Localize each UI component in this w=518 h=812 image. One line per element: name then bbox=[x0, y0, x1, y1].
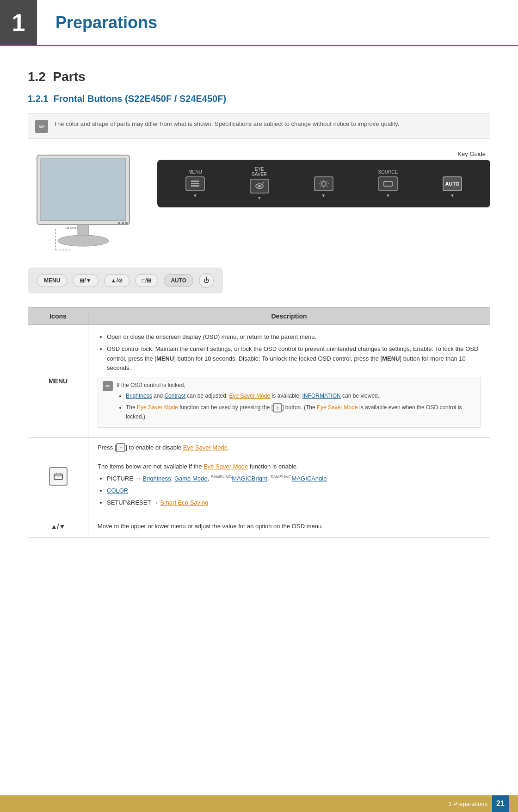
table-header-icons: Icons bbox=[28, 308, 88, 325]
key-menu-icon bbox=[185, 176, 205, 191]
svg-rect-6 bbox=[78, 225, 89, 236]
chapter-number: 1 bbox=[0, 0, 37, 45]
key-source: SOURCE ▼ bbox=[378, 169, 398, 198]
inner-note-list: Brightness and Contrast can be adjusted.… bbox=[117, 392, 475, 421]
key-eye-saver-arrow: ▼ bbox=[257, 195, 262, 200]
footer-text: 1 Preparations bbox=[448, 800, 487, 807]
svg-point-16 bbox=[321, 181, 326, 186]
key-eye-saver-icon bbox=[250, 179, 269, 194]
svg-line-15 bbox=[262, 182, 264, 183]
bottom-buttons-row: MENU ⊞/▼ ▲/⊙ □/⊞ AUTO ⏻ bbox=[28, 268, 223, 294]
key-eye-saver-label: EYESAVER bbox=[252, 167, 267, 177]
table-header-description: Description bbox=[88, 308, 490, 325]
menu-icon-cell: MENU bbox=[28, 325, 88, 437]
table-row-menu: MENU Open or close the onscreen display … bbox=[28, 325, 490, 437]
key-brightness-label bbox=[323, 169, 324, 175]
svg-rect-3 bbox=[118, 222, 120, 224]
key-brightness-arrow: ▼ bbox=[321, 193, 326, 198]
key-source-label: SOURCE bbox=[378, 169, 398, 175]
updown-desc-1: Move to the upper or lower menu or adjus… bbox=[98, 522, 481, 531]
key-auto-icon: AUTO bbox=[443, 176, 462, 191]
svg-rect-1 bbox=[41, 159, 126, 221]
source-btn[interactable]: □/⊞ bbox=[135, 274, 159, 287]
key-auto-label bbox=[452, 169, 453, 175]
chapter-title: Preparations bbox=[56, 13, 157, 32]
inner-note-content: If the OSD control is locked, Brightness… bbox=[117, 381, 475, 424]
updown-icon-cell: ▲/▼ bbox=[28, 516, 88, 537]
up-btn[interactable]: ▲/⊙ bbox=[104, 274, 130, 287]
note-icon: ✏ bbox=[35, 120, 48, 133]
svg-rect-11 bbox=[191, 183, 199, 184]
svg-rect-25 bbox=[384, 181, 392, 186]
inner-note-osd: ✏ If the OSD control is locked, Brightne… bbox=[98, 377, 481, 428]
svg-rect-10 bbox=[191, 181, 199, 182]
key-eye-saver: EYESAVER ▼ bbox=[250, 167, 269, 200]
main-content: 1.2 Parts 1.2.1 Frontal Buttons (S22E450… bbox=[0, 46, 518, 565]
power-btn[interactable]: ⏻ bbox=[199, 273, 214, 288]
key-source-icon bbox=[378, 176, 398, 191]
table-row-eye-saver: Press [↑] to enable or disable Eye Saver… bbox=[28, 437, 490, 516]
inner-note-item-1: Brightness and Contrast can be adjusted.… bbox=[126, 392, 475, 400]
eye-saver-icon-cell bbox=[28, 437, 88, 516]
section-title: 1.2 Parts bbox=[28, 69, 490, 84]
page-header: 1 Preparations bbox=[0, 0, 518, 46]
key-menu-label: MENU bbox=[188, 169, 202, 175]
menu-bullet-list: Open or close the onscreen display (OSD)… bbox=[98, 332, 481, 373]
svg-line-21 bbox=[320, 181, 321, 182]
key-auto: AUTO ▼ bbox=[443, 169, 462, 198]
inner-note-item-2: The Eye Saver Mode function can be used … bbox=[126, 403, 475, 421]
svg-line-22 bbox=[327, 186, 327, 187]
note-box: ✏ The color and shape of parts may diffe… bbox=[28, 113, 490, 139]
eye-saver-btn[interactable]: ⊞/▼ bbox=[73, 274, 98, 287]
key-auto-arrow: ▼ bbox=[450, 193, 455, 198]
svg-line-23 bbox=[327, 181, 327, 182]
key-menu: MENU ▼ bbox=[185, 169, 205, 198]
eye-saver-desc-1: Press [↑] to enable or disable Eye Saver… bbox=[98, 443, 481, 453]
inner-note-icon: ✏ bbox=[103, 381, 113, 391]
key-guide-area: Key Guide MENU ▼ EYESAV bbox=[157, 150, 490, 207]
auto-btn[interactable]: AUTO bbox=[164, 274, 193, 287]
svg-rect-5 bbox=[125, 222, 128, 224]
svg-rect-26 bbox=[54, 474, 62, 480]
diagram-area: SAMSUNG MENU ⊞/▼ ▲/⊙ □/⊞ AUTO ⏻ bbox=[28, 150, 490, 294]
footer-page-number: 21 bbox=[492, 795, 509, 812]
svg-rect-12 bbox=[191, 185, 199, 187]
key-source-arrow: ▼ bbox=[386, 193, 390, 198]
key-brightness-icon bbox=[314, 176, 333, 191]
svg-rect-4 bbox=[122, 222, 124, 224]
updown-desc-cell: Move to the upper or lower menu or adjus… bbox=[88, 516, 490, 537]
svg-line-24 bbox=[320, 186, 321, 187]
menu-desc-1: Open or close the onscreen display (OSD)… bbox=[107, 332, 481, 342]
description-table: Icons Description MENU Open or close the… bbox=[28, 307, 490, 537]
key-guide-label: Key Guide bbox=[157, 150, 490, 157]
chapter-title-area: Preparations bbox=[37, 0, 157, 45]
table-row-updown: ▲/▼ Move to the upper or lower menu or a… bbox=[28, 516, 490, 537]
key-guide-panel: MENU ▼ EYESAVER bbox=[157, 160, 490, 207]
eye-saver-item-2: COLOR bbox=[107, 486, 481, 496]
svg-point-14 bbox=[258, 185, 261, 187]
svg-point-7 bbox=[58, 235, 109, 246]
note-text: The color and shape of parts may differ … bbox=[54, 119, 399, 129]
page-footer: 1 Preparations 21 bbox=[0, 795, 518, 812]
eye-saver-item-3: SETUP&RESET → Smart Eco Saving bbox=[107, 498, 481, 508]
menu-desc-2: OSD control lock: Maintain the current s… bbox=[107, 344, 481, 373]
eye-saver-item-1: PICTURE → Brightness, Game Mode, SAMSUNG… bbox=[107, 474, 481, 484]
subsection-title: 1.2.1 Frontal Buttons (S22E450F / S24E45… bbox=[28, 94, 490, 104]
key-menu-arrow: ▼ bbox=[193, 193, 197, 198]
menu-btn[interactable]: MENU bbox=[37, 274, 67, 287]
eye-saver-list: PICTURE → Brightness, Game Mode, SAMSUNG… bbox=[98, 474, 481, 508]
eye-saver-desc-cell: Press [↑] to enable or disable Eye Saver… bbox=[88, 437, 490, 516]
monitor-illustration: SAMSUNG MENU ⊞/▼ ▲/⊙ □/⊞ AUTO ⏻ bbox=[28, 150, 139, 294]
eye-saver-desc-2: The items below are not available if the… bbox=[98, 462, 481, 472]
menu-desc-cell: Open or close the onscreen display (OSD)… bbox=[88, 325, 490, 437]
key-brightness: ▼ bbox=[314, 169, 333, 198]
